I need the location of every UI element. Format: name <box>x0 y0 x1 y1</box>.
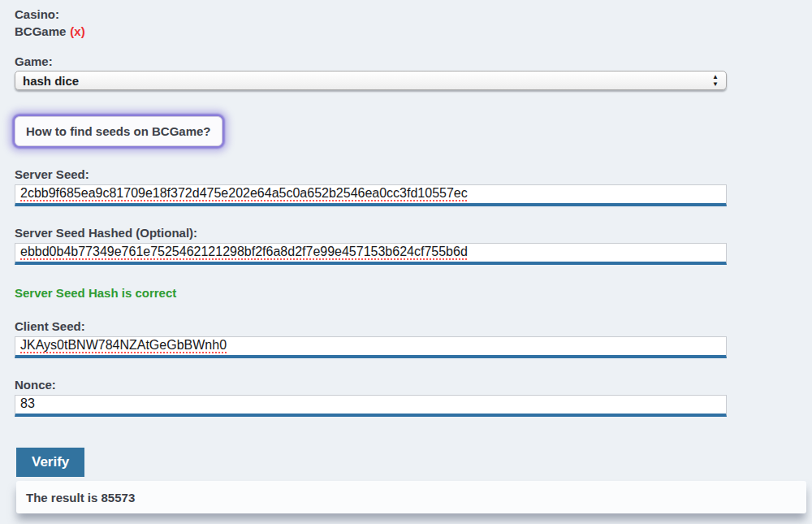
server-seed-hashed-input[interactable]: ebbd0b4b77349e761e7525462121298bf2f6a8d2… <box>15 243 727 265</box>
client-seed-value: JKAys0tBNW784NZAtGeGbBWnh0 <box>20 338 227 353</box>
result-box: The result is 85573 <box>16 481 806 513</box>
client-seed-label: Client Seed: <box>15 319 812 333</box>
result-text: The result is 85573 <box>16 491 135 505</box>
server-seed-hashed-label: Server Seed Hashed (Optional): <box>15 226 812 240</box>
casino-label: Casino: <box>15 0 812 21</box>
how-to-find-seeds-button[interactable]: How to find seeds on BCGame? <box>15 116 222 146</box>
verify-button[interactable]: Verify <box>16 448 84 477</box>
server-seed-value: 2cbb9f685ea9c81709e18f372d475e202e64a5c0… <box>20 186 468 201</box>
nonce-label: Nonce: <box>15 378 812 392</box>
casino-remove-link[interactable]: (x) <box>70 24 84 38</box>
game-label: Game: <box>15 54 812 68</box>
casino-selection: BCGame (x) <box>15 24 812 38</box>
server-seed-input[interactable]: 2cbb9f685ea9c81709e18f372d475e202e64a5c0… <box>15 184 727 206</box>
server-seed-hashed-value: ebbd0b4b77349e761e7525462121298bf2f6a8d2… <box>20 245 468 259</box>
hash-correct-status: Server Seed Hash is correct <box>15 286 812 300</box>
nonce-input[interactable]: 83 <box>15 395 727 417</box>
casino-name: BCGame <box>15 24 66 38</box>
client-seed-input[interactable]: JKAys0tBNW784NZAtGeGbBWnh0 <box>15 336 727 358</box>
nonce-value: 83 <box>20 396 35 411</box>
game-select[interactable]: hash dice ▲ ▼ <box>15 71 727 90</box>
game-select-value: hash dice <box>15 74 79 88</box>
server-seed-label: Server Seed: <box>15 167 812 181</box>
select-arrows-icon: ▲ ▼ <box>712 73 719 88</box>
